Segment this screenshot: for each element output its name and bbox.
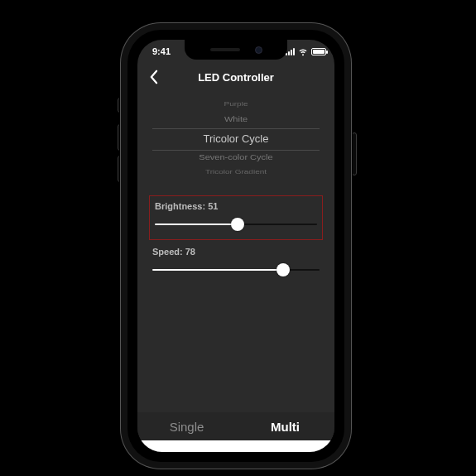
home-indicator-area (137, 440, 334, 452)
picker-item[interactable]: Tricolor Gradient (137, 169, 334, 175)
mode-picker[interactable]: Purple White Tricolor Cycle Seven-color … (137, 91, 334, 195)
nav-bar: LED Controller (137, 63, 334, 91)
brightness-slider-block: Brightness: 51 (149, 195, 323, 240)
content-area: Purple White Tricolor Cycle Seven-color … (137, 91, 334, 412)
phone-volume-down (118, 156, 123, 182)
phone-volume-up (118, 124, 123, 151)
page-title: LED Controller (198, 71, 274, 84)
phone-power-button (352, 132, 357, 175)
tab-multi[interactable]: Multi (236, 412, 334, 440)
picker-item[interactable]: White (137, 115, 334, 123)
screen: 9:41 (137, 40, 334, 452)
status-icons (286, 46, 326, 56)
speed-thumb[interactable] (276, 263, 290, 276)
wifi-icon (298, 46, 308, 56)
speed-slider-block: Speed: 78 (152, 240, 320, 288)
brightness-slider[interactable] (155, 218, 317, 231)
front-camera-icon (255, 46, 262, 54)
speed-slider[interactable] (152, 263, 320, 276)
picker-item[interactable]: Seven-color Cycle (137, 153, 334, 161)
picker-item-selected[interactable]: Tricolor Cycle (137, 132, 334, 145)
phone-notch (185, 40, 287, 60)
phone-mute-switch (118, 98, 123, 113)
battery-icon (311, 48, 326, 55)
back-button[interactable] (144, 68, 162, 86)
tab-single[interactable]: Single (137, 412, 236, 440)
picker-item[interactable]: Purple (137, 101, 334, 108)
brightness-thumb[interactable] (231, 218, 244, 231)
brightness-label: Brightness: 51 (155, 201, 317, 211)
speed-label: Speed: 78 (152, 247, 320, 257)
bottom-tabs: Single Multi (137, 412, 334, 440)
phone-frame: 9:41 (127, 30, 344, 462)
status-time: 9:41 (152, 46, 171, 56)
